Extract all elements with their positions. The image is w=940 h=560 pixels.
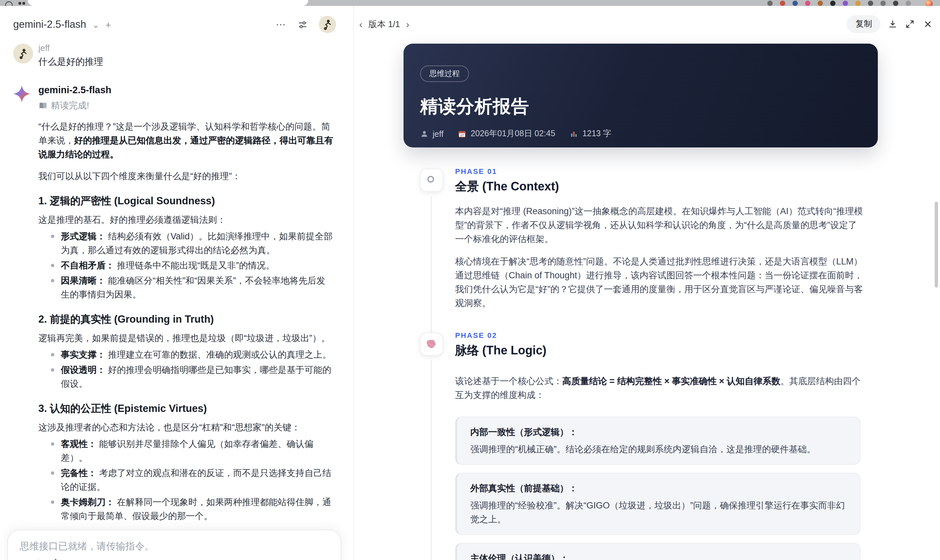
section-heading: 1. 逻辑的严密性 (Logical Soundness): [39, 194, 333, 208]
report-title: 精读分析报告: [420, 95, 878, 118]
bullet-item: 客观性： 能够识别并尽量排除个人偏见（如幸存者偏差、确认偏差）。: [61, 437, 333, 465]
new-chat-button[interactable]: +: [105, 20, 111, 29]
bullet-text: 推理链条中不能出现“既是又非”的情况。: [117, 260, 275, 271]
assistant-status: 精读完成!: [39, 100, 333, 112]
logic-card-title: 主体伦理（认识美德）：: [470, 551, 847, 560]
bullet-text: 考虑了对立的观点和潜在的反证，而不是只选择支持自己结论的证据。: [61, 468, 331, 492]
menubar-icon: [868, 1, 873, 6]
bullet-item: 假设透明： 好的推理会明确指明哪些是已知事实，哪些是基于可能的假设。: [61, 363, 333, 391]
section-lead: 这涉及推理者的心态和方法论，也是区分“杠精”和“思想家”的关键：: [39, 420, 333, 434]
window-scrollbar-thumb[interactable]: [935, 202, 938, 288]
section-heading: 2. 前提的真实性 (Grounding in Truth): [39, 312, 333, 326]
next-version-icon[interactable]: ›: [406, 19, 409, 29]
report-hero-card: 思维过程 精读分析报告 jeff 17 2026年01月08日 02:45 12…: [404, 44, 878, 148]
phase-paragraph: 核心情境在于解决“思考的随意性”问题。不论是人类通过批判性思维进行决策，还是大语…: [455, 255, 863, 310]
bookmark-icon[interactable]: [72, 558, 83, 560]
chat-header: gemini-2.5-flash ⌄ + ⋯: [0, 6, 353, 33]
menubar-icon: [767, 1, 773, 6]
brain-icon: [420, 332, 443, 356]
bullet-term: 奥卡姆剃刀：: [61, 497, 117, 507]
browser-chrome-strip[interactable]: [0, 0, 940, 6]
fullscreen-expand-icon[interactable]: [905, 19, 915, 29]
phase-label: PHASE 02: [455, 331, 878, 339]
phase-section: PHASE 01全景 (The Context)本内容是对“推理 (Reason…: [404, 167, 878, 310]
logic-card: 内部一致性（形式逻辑）：强调推理的“机械正确”。结论必须在给定的规则系统内逻辑自…: [455, 417, 861, 465]
bullet-term: 假设透明：: [61, 365, 108, 375]
text: 该论述基于一个核心公式：: [455, 376, 562, 386]
menubar-icon: [830, 1, 835, 6]
phase-label: PHASE 01: [455, 167, 878, 175]
composer[interactable]: 思维接口已就绪，请传输指令。 +: [7, 529, 341, 560]
menubar-icon: [855, 1, 861, 6]
assistant-status-text: 精读完成!: [51, 100, 89, 112]
version-navigator: ‹ 版本 1/1 ›: [359, 18, 409, 30]
bullet-item: 事实支撑： 推理建立在可靠的数据、准确的观测或公认的真理之上。: [61, 348, 333, 362]
svg-text:17: 17: [461, 133, 464, 137]
user-name: jeff: [39, 43, 333, 53]
tune-settings-icon[interactable]: [297, 19, 308, 30]
menubar-icon: [792, 1, 798, 6]
logic-card-body: 强调推理的“经验校准”。解决“GIGO（垃圾进，垃圾出）”问题，确保推理引擎运行…: [470, 498, 847, 526]
bullet-item: 不自相矛盾： 推理链条中不能出现“既是又非”的情况。: [61, 258, 333, 272]
composer-placeholder[interactable]: 思维接口已就绪，请传输指令。: [8, 530, 341, 553]
phase-connector-line: [431, 196, 431, 346]
report-author: jeff: [420, 129, 444, 138]
more-options-icon[interactable]: ⋯: [276, 18, 287, 31]
assistant-intro-paragraph: “什么是好的推理？”这是一个涉及逻辑学、认知科学和哲学核心的问题。简单来说，好的…: [39, 120, 333, 162]
attach-plus-button[interactable]: +: [20, 557, 27, 560]
user-message: jeff 什么是好的推理: [13, 43, 333, 68]
dimensions-intro-paragraph: 我们可以从以下四个维度来衡量什么是“好的推理”：: [39, 169, 333, 183]
logic-card-title: 内部一致性（形式逻辑）：: [470, 425, 847, 439]
chat-title[interactable]: gemini-2.5-flash: [13, 18, 86, 31]
download-icon[interactable]: [888, 19, 898, 29]
logic-card-body: 强调推理的“机械正确”。结论必须在给定的规则系统内逻辑自洽，这是推理的硬件基础。: [470, 442, 847, 456]
menubar-icon: [843, 1, 848, 6]
menubar-icon: [893, 1, 898, 6]
bold-text: 好的推理是从已知信息出发，通过严密的逻辑路径，得出可靠且有说服力结论的过程。: [39, 135, 333, 159]
section-bullet-list: 形式逻辑： 结构必须有效（Valid）。比如演绎推理中，如果前提全部为真，那么通…: [39, 229, 333, 302]
composer-divider: [39, 558, 39, 560]
report-phases: PHASE 01全景 (The Context)本内容是对“推理 (Reason…: [404, 167, 878, 560]
section-bullet-list: 事实支撑： 推理建立在可靠的数据、准确的观测或公认的真理之上。假设透明： 好的推…: [39, 348, 333, 391]
person-icon: [420, 129, 428, 138]
phase-title: 全景 (The Context): [455, 178, 878, 194]
magnifier-icon: [420, 169, 443, 192]
viewer-toolbar: ‹ 版本 1/1 › 复制 ✕: [359, 15, 932, 33]
menubar-icon: [805, 1, 811, 6]
chat-panel: gemini-2.5-flash ⌄ + ⋯ jeff: [0, 6, 353, 560]
bullet-term: 完备性：: [61, 468, 99, 478]
previous-version-icon[interactable]: ‹: [359, 19, 362, 29]
bullet-item: 完备性： 考虑了对立的观点和潜在的反证，而不是只选择支持自己结论的证据。: [61, 466, 333, 494]
menubar-icon: [925, 0, 933, 6]
section-lead: 逻辑再完美，如果前提是错误的，推理也是垃圾（即“垃圾进，垃圾出”）。: [39, 331, 333, 345]
logic-cards: 内部一致性（形式逻辑）：强调推理的“机械正确”。结论必须在给定的规则系统内逻辑自…: [455, 417, 878, 560]
chevron-down-icon[interactable]: ⌄: [92, 20, 100, 29]
bold-text: 高质量结论 = 结构完整性 × 事实准确性 × 认知自律系数: [562, 376, 780, 386]
skills-diamonds-icon[interactable]: [50, 558, 61, 560]
assistant-message: gemini-2.5-flash 精读完成! “什么是好的推理？”这是一个涉及逻…: [13, 85, 333, 560]
logic-card: 外部真实性（前提基础）：强调推理的“经验校准”。解决“GIGO（垃圾进，垃圾出）…: [455, 473, 861, 535]
menubar-icon: [880, 1, 886, 6]
user-avatar[interactable]: [319, 16, 336, 33]
phase-paragraph: 本内容是对“推理 (Reasoning)”这一抽象概念的高层建模。在知识爆炸与人…: [455, 204, 863, 246]
close-icon[interactable]: ✕: [924, 18, 932, 30]
bullet-text: 推理建立在可靠的数据、准确的观测或公认的真理之上。: [108, 350, 331, 360]
bullet-item: 因果清晰： 能准确区分“相关性”和“因果关系”，不会轻率地将先后发生的事情归为因…: [61, 274, 333, 302]
bar-chart-icon: [570, 129, 578, 138]
address-bar[interactable]: [28, 0, 308, 6]
assistant-name: gemini-2.5-flash: [39, 85, 333, 95]
bullet-term: 因果清晰：: [61, 276, 108, 286]
copy-button[interactable]: 复制: [847, 15, 881, 33]
browser-icon-fragment: [5, 2, 12, 6]
chat-messages: jeff 什么是好的推理 gemini-2.5-flash 精读完成! “什么是…: [0, 43, 353, 560]
bullet-term: 事实支撑：: [61, 350, 108, 360]
book-icon: [39, 101, 48, 111]
section-lead: 这是推理的基石。好的推理必须遵循逻辑法则：: [39, 213, 333, 227]
browser-icon-fragment: [23, 2, 25, 5]
assistant-message-body: “什么是好的推理？”这是一个涉及逻辑学、认知科学和哲学核心的问题。简单来说，好的…: [39, 120, 333, 560]
phase-title: 脉络 (The Logic): [455, 343, 878, 358]
menubar-icon: [818, 1, 823, 6]
report-meta: jeff 17 2026年01月08日 02:45 1213 字: [420, 128, 878, 140]
screen: gemini-2.5-flash ⌄ + ⋯ jeff: [0, 0, 940, 560]
gemini-star-icon: [13, 85, 31, 103]
